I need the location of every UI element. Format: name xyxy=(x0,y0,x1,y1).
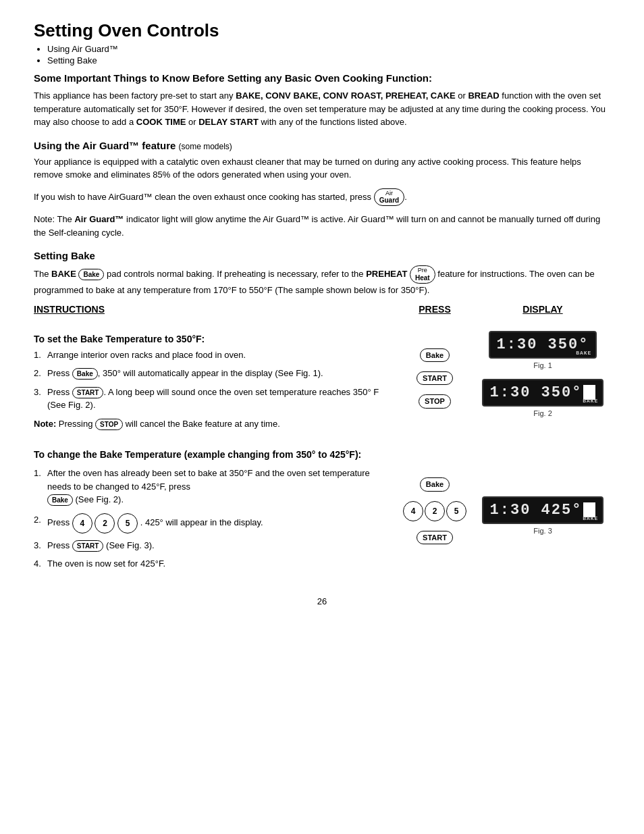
air-guard-bottom-label: Guard xyxy=(379,197,399,204)
air-guard-top-label: Air xyxy=(385,190,393,197)
fig3-label: Fig. 3 xyxy=(533,527,552,535)
airguard-body2: If you wish to have AirGuard™ clean the … xyxy=(34,188,610,207)
set-bake-subheading: To set the Bake Temperature to 350°F: xyxy=(34,334,381,344)
air-guard-button[interactable]: Air Guard xyxy=(374,188,404,207)
airguard-note: Note: The Air Guard™ indicator light wil… xyxy=(34,213,610,239)
change-display-content: 1:30 425° BAKE Fig. 3 xyxy=(475,467,610,576)
change-step-2: 2. Press 4 2 5 . 425° will appear in the… xyxy=(34,513,381,533)
preheat-bottom-label: Heat xyxy=(415,274,430,282)
toc-item-2: Setting Bake xyxy=(47,55,610,66)
display-fig2-text: 1:30 350° xyxy=(490,384,583,401)
display-content: 1:30 350° BAKE Fig. 1 1:30 350° BAKE Fig… xyxy=(475,324,610,436)
press-start-change: START xyxy=(394,531,475,544)
change-step-1: 1. After the oven has already been set t… xyxy=(34,467,381,506)
change-step-4: 4. The oven is now set for 425°F. xyxy=(34,557,381,571)
setting-bake-heading: Setting Bake xyxy=(34,250,610,261)
bake-press-button-1[interactable]: Bake xyxy=(420,348,450,362)
bake-button-inline[interactable]: Bake xyxy=(78,269,104,280)
stop-press-button-1[interactable]: STOP xyxy=(419,394,451,408)
press-bake-change: Bake xyxy=(394,477,475,491)
change-bake-three-col: 1. After the oven has already been set t… xyxy=(34,467,610,576)
change-bake-instructions: 1. After the oven has already been set t… xyxy=(34,467,394,576)
btn-5-step2[interactable]: 5 xyxy=(117,513,138,533)
start-change-step3-button[interactable]: START xyxy=(72,540,104,552)
instructions-content: To set the Bake Temperature to 350°F: 1.… xyxy=(34,324,394,436)
fig1-label: Fig. 1 xyxy=(533,361,552,369)
btn-2-press[interactable]: 2 xyxy=(425,501,445,521)
press-bake-1: Bake xyxy=(394,348,475,362)
toc-item-1: Using Air Guard™ xyxy=(47,44,610,54)
display-col-header: DISPLAY xyxy=(475,304,610,317)
set-bake-steps: 1. Arrange interior oven racks and place… xyxy=(34,348,381,412)
press-stop-1: STOP xyxy=(394,394,475,408)
display-screen-2: 1:30 350° BAKE xyxy=(482,379,604,407)
toc-list: Using Air Guard™ Setting Bake xyxy=(47,44,610,66)
setting-bake-body: The BAKE Bake pad controls normal baking… xyxy=(34,265,610,296)
preheat-top-label: Pre xyxy=(418,267,427,274)
btn-5-press[interactable]: 5 xyxy=(446,501,466,521)
bake-step2-button[interactable]: Bake xyxy=(72,368,98,380)
display-fig3: 1:30 425° BAKE Fig. 3 xyxy=(475,496,610,535)
press-content: Bake START STOP xyxy=(394,324,475,436)
display-fig1: 1:30 350° BAKE Fig. 1 xyxy=(475,331,610,369)
bake-label-1: BAKE xyxy=(576,350,591,356)
change-step-3: 3. Press START (See Fig. 3). xyxy=(34,539,381,552)
start-press-button-1[interactable]: START xyxy=(417,371,453,385)
bake-label-3: BAKE xyxy=(583,515,598,521)
bake-note: Note: Pressing STOP will cancel the Bake… xyxy=(34,417,381,431)
press-col-header: PRESS xyxy=(394,304,475,317)
display-fig1-text: 1:30 350° xyxy=(497,336,589,353)
important-body: This appliance has been factory pre-set … xyxy=(34,89,610,129)
display-screen-3: 1:30 425° BAKE xyxy=(482,496,604,524)
press-425-group: 4 2 5 xyxy=(394,501,475,521)
change-bake-heading: To change the Bake Temperature (example … xyxy=(34,449,610,460)
step-1: 1. Arrange interior oven racks and place… xyxy=(34,348,381,362)
page-title: Setting Oven Controls xyxy=(34,20,610,41)
btn-4-step2[interactable]: 4 xyxy=(72,513,92,533)
btn-2-step2[interactable]: 2 xyxy=(95,513,115,533)
btn-4-press[interactable]: 4 xyxy=(403,501,423,521)
change-bake-steps: 1. After the oven has already been set t… xyxy=(34,467,381,571)
press-start-1: START xyxy=(394,371,475,385)
bake-label-2: BAKE xyxy=(583,398,598,404)
instructions-section: INSTRUCTIONS PRESS DISPLAY To set the Ba… xyxy=(34,304,610,436)
airguard-heading: Using the Air Guard™ feature (some model… xyxy=(34,140,610,151)
preheat-button-inline[interactable]: Pre Heat xyxy=(410,265,435,284)
start-change-press-button[interactable]: START xyxy=(417,531,453,544)
start-step3-button[interactable]: START xyxy=(72,387,104,398)
display-fig2: 1:30 350° BAKE Fig. 2 xyxy=(475,379,610,417)
display-fig3-text: 1:30 425° xyxy=(490,502,583,519)
airguard-body1: Your appliance is equipped with a cataly… xyxy=(34,155,610,182)
display-screen-1: 1:30 350° BAKE xyxy=(489,331,597,359)
bake-change-step1-button[interactable]: Bake xyxy=(47,494,73,506)
bake-change-press-button[interactable]: Bake xyxy=(420,477,450,491)
change-press-content: Bake 4 2 5 START xyxy=(394,467,475,576)
page-number: 26 xyxy=(34,596,610,606)
fig2-label: Fig. 2 xyxy=(533,409,552,417)
instructions-col-header: INSTRUCTIONS xyxy=(34,304,394,317)
change-bake-section: To change the Bake Temperature (example … xyxy=(34,449,610,576)
step-2: 2. Press Bake, 350° will automatically a… xyxy=(34,367,381,380)
important-heading: Some Important Things to Know Before Set… xyxy=(34,72,610,84)
step-3: 3. Press START. A long beep will sound o… xyxy=(34,386,381,412)
stop-note-button[interactable]: STOP xyxy=(95,419,123,430)
